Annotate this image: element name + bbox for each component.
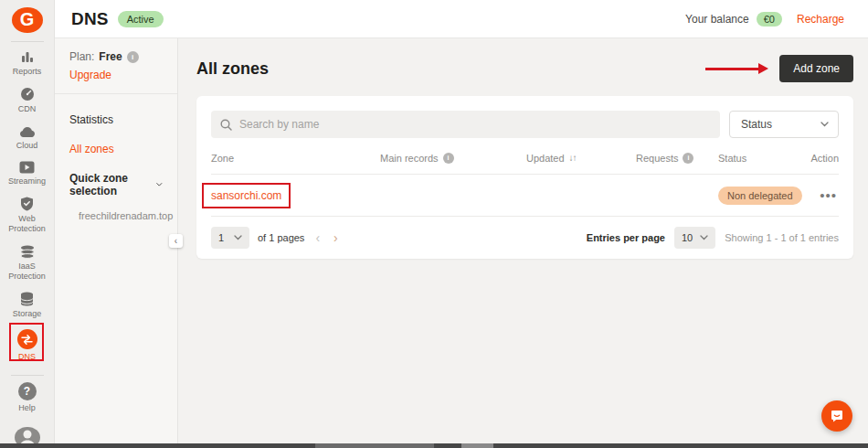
sidebar-item-label: Web Protection bbox=[2, 214, 53, 235]
cloud-icon bbox=[19, 125, 36, 138]
next-page-button[interactable]: › bbox=[331, 231, 341, 244]
sidebar-item-iaas-protection[interactable]: IaaS Protection bbox=[0, 240, 54, 288]
entries-per-page-label: Entries per page bbox=[587, 232, 665, 243]
sidebar-collapse-button[interactable]: ‹ bbox=[169, 234, 183, 248]
table-header: Zone Main records i Updated ↓↑ Requests … bbox=[211, 142, 839, 175]
logo-letter: G bbox=[20, 10, 35, 28]
pagination-right: Entries per page 10 Showing 1 - 1 of 1 e… bbox=[587, 227, 839, 249]
zone-link[interactable]: sansorchi.com bbox=[211, 189, 281, 202]
quick-zone-label: Quick zone selection bbox=[69, 172, 149, 197]
status-filter-dropdown[interactable]: Status bbox=[729, 111, 839, 138]
zone-cell: sansorchi.com bbox=[211, 183, 380, 208]
recharge-link[interactable]: Recharge bbox=[797, 13, 844, 26]
sidebar-item-label: CDN bbox=[18, 104, 37, 114]
balance-label: Your balance bbox=[685, 13, 749, 26]
play-icon bbox=[19, 161, 35, 174]
gauge-icon bbox=[20, 87, 35, 101]
plan-label: Plan: bbox=[69, 50, 94, 63]
layers-icon bbox=[19, 245, 36, 259]
filter-row: Status bbox=[211, 111, 839, 138]
status-cell: Non delegated bbox=[718, 187, 805, 205]
column-header-status[interactable]: Status bbox=[718, 153, 805, 164]
sidebar-item-all-zones[interactable]: All zones bbox=[55, 134, 177, 164]
primary-sidebar: G Reports CDN Cloud bbox=[0, 0, 55, 448]
status-filter-label: Status bbox=[741, 118, 772, 131]
balance-badge: €0 bbox=[757, 12, 782, 27]
column-header-updated[interactable]: Updated ↓↑ bbox=[526, 153, 636, 164]
info-icon[interactable]: i bbox=[683, 153, 693, 164]
shield-check-icon bbox=[20, 197, 34, 211]
chat-bubble-icon bbox=[830, 409, 844, 423]
sidebar-item-web-protection[interactable]: Web Protection bbox=[0, 192, 54, 240]
title-row: All zones Add zone bbox=[178, 38, 868, 82]
dns-icon bbox=[17, 329, 37, 349]
table-row: sansorchi.com Non delegated ••• bbox=[211, 175, 839, 217]
chevron-down-icon bbox=[156, 182, 163, 187]
sidebar-item-label: IaaS Protection bbox=[2, 261, 53, 283]
plan-value: Free bbox=[99, 50, 122, 63]
sidebar-item-cloud[interactable]: Cloud bbox=[0, 121, 54, 156]
pagination-bar: 1 of 1 pages ‹ › Entries per page 10 bbox=[211, 217, 839, 259]
chevron-down-icon bbox=[234, 235, 242, 240]
status-badge: Active bbox=[118, 11, 164, 27]
sidebar-item-cdn[interactable]: CDN bbox=[0, 82, 54, 120]
sidebar-item-storage[interactable]: Storage bbox=[0, 287, 54, 325]
header-right: Your balance €0 Recharge bbox=[685, 12, 844, 27]
status-badge: Non delegated bbox=[718, 187, 802, 205]
sidebar-item-label: DNS bbox=[18, 352, 36, 362]
sidebar-item-streaming[interactable]: Streaming bbox=[0, 156, 54, 192]
upgrade-link[interactable]: Upgrade bbox=[69, 69, 163, 81]
help-icon: ? bbox=[18, 382, 37, 400]
per-page-select[interactable]: 10 bbox=[674, 227, 715, 249]
chat-support-button[interactable] bbox=[821, 400, 852, 432]
chevron-down-icon bbox=[700, 235, 708, 240]
section-title: All zones bbox=[196, 59, 269, 79]
sidebar-item-label: Reports bbox=[13, 67, 42, 77]
search-icon bbox=[220, 119, 232, 131]
chevron-down-icon bbox=[820, 122, 829, 127]
prev-page-button[interactable]: ‹ bbox=[312, 231, 323, 244]
sidebar-item-label: Streaming bbox=[8, 176, 46, 187]
divider bbox=[11, 41, 44, 42]
pages-count-label: of 1 pages bbox=[258, 232, 304, 243]
sidebar-menu: Statistics All zones Quick zone selectio… bbox=[55, 94, 177, 237]
database-icon bbox=[20, 292, 34, 306]
sidebar-item-label: Cloud bbox=[16, 141, 38, 151]
zones-card: Status Zone Main records i Updated ↓↑ bbox=[196, 96, 853, 259]
divider bbox=[11, 375, 44, 376]
plan-info-icon[interactable]: i bbox=[127, 51, 139, 63]
page-select[interactable]: 1 bbox=[211, 227, 249, 249]
main-content: All zones Add zone Status bbox=[178, 38, 868, 448]
annotation-arrow bbox=[705, 63, 768, 74]
search-box bbox=[211, 111, 720, 138]
showing-entries-label: Showing 1 - 1 of 1 entries bbox=[725, 232, 839, 243]
sidebar-item-statistics[interactable]: Statistics bbox=[55, 105, 177, 134]
row-actions-menu-button[interactable]: ••• bbox=[805, 187, 839, 203]
bar-chart-icon bbox=[20, 49, 35, 64]
sort-icon[interactable]: ↓↑ bbox=[569, 153, 577, 163]
page-title: DNS bbox=[71, 9, 109, 29]
sidebar-zone-link[interactable]: freechildrenadam.top bbox=[55, 206, 177, 226]
annotation-box-zone: sansorchi.com bbox=[202, 183, 291, 208]
add-zone-button[interactable]: Add zone bbox=[779, 55, 853, 82]
sidebar-item-quick-zone-selection[interactable]: Quick zone selection bbox=[55, 164, 177, 206]
sidebar-item-help[interactable]: ? Help bbox=[0, 378, 54, 419]
column-header-action: Action bbox=[805, 153, 839, 164]
column-header-zone[interactable]: Zone bbox=[211, 153, 380, 164]
column-header-main-records[interactable]: Main records i bbox=[380, 153, 526, 164]
info-icon[interactable]: i bbox=[443, 153, 454, 164]
secondary-sidebar: Plan: Free i Upgrade Statistics All zone… bbox=[55, 38, 178, 448]
screen-bottom-bar bbox=[0, 443, 868, 448]
sidebar-item-dns[interactable]: DNS bbox=[0, 325, 54, 368]
plan-section: Plan: Free i Upgrade bbox=[55, 38, 177, 94]
top-header: DNS Active Your balance €0 Recharge bbox=[55, 0, 868, 38]
sidebar-item-reports[interactable]: Reports bbox=[0, 45, 54, 82]
sidebar-item-label: Storage bbox=[13, 309, 42, 319]
sidebar-item-label: Help bbox=[18, 403, 36, 413]
column-header-requests[interactable]: Requests i bbox=[636, 153, 718, 164]
gcore-logo-icon[interactable]: G bbox=[12, 7, 43, 33]
dns-dashboard: G Reports CDN Cloud bbox=[0, 0, 868, 448]
search-input[interactable] bbox=[239, 118, 711, 131]
